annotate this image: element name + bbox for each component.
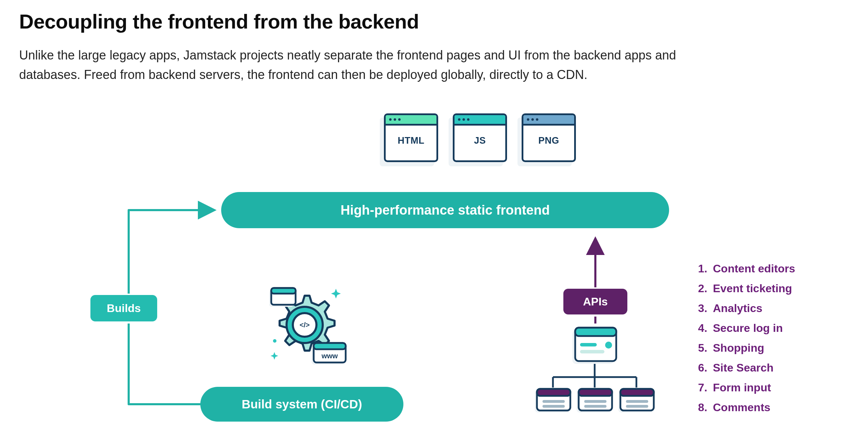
svg-point-0: [273, 339, 276, 343]
svg-rect-33: [620, 389, 654, 396]
svg-rect-23: [537, 389, 570, 396]
svg-rect-19: [580, 343, 597, 346]
list-item: 1.Content editors: [696, 259, 795, 279]
file-header-html: [386, 115, 436, 126]
file-label-js: JS: [455, 126, 505, 146]
svg-rect-25: [542, 405, 565, 408]
apis-badge: APIs: [563, 289, 627, 314]
list-item: 6.Site Search: [696, 358, 795, 378]
file-header-png: [523, 115, 574, 126]
file-label-html: HTML: [386, 126, 436, 146]
frontend-pill: High-performance static frontend: [221, 192, 669, 228]
file-label-png: PNG: [523, 126, 574, 146]
list-item: 4.Secure log in: [696, 318, 795, 338]
list-item: 2.Event ticketing: [696, 279, 795, 298]
svg-rect-28: [579, 389, 612, 396]
file-card-js: JS: [453, 113, 507, 162]
file-card-html: HTML: [384, 113, 438, 162]
build-gear-icon: </> www: [262, 282, 348, 368]
gear-www-label: www: [321, 352, 338, 360]
build-system-pill: Build system (CI/CD): [200, 387, 403, 422]
list-item: 3.Analytics: [696, 298, 795, 318]
api-services-icon: [532, 325, 657, 415]
api-examples-list: 1.Content editors 2.Event ticketing 3.An…: [696, 259, 795, 417]
svg-rect-29: [584, 400, 606, 403]
file-card-png: PNG: [522, 113, 576, 162]
file-header-js: [455, 115, 505, 126]
builds-badge: Builds: [90, 295, 157, 321]
list-item: 8.Comments: [696, 398, 795, 417]
svg-text:</>: </>: [300, 321, 310, 329]
svg-rect-30: [584, 405, 606, 408]
svg-rect-24: [542, 400, 565, 403]
svg-point-18: [605, 342, 612, 349]
list-item: 5.Shopping: [696, 338, 795, 358]
svg-rect-17: [575, 328, 616, 336]
svg-rect-6: [271, 288, 296, 294]
svg-rect-9: [314, 343, 346, 349]
svg-rect-34: [626, 400, 648, 403]
list-item: 7.Form input: [696, 378, 795, 398]
svg-rect-20: [580, 350, 604, 353]
svg-rect-35: [626, 405, 648, 408]
